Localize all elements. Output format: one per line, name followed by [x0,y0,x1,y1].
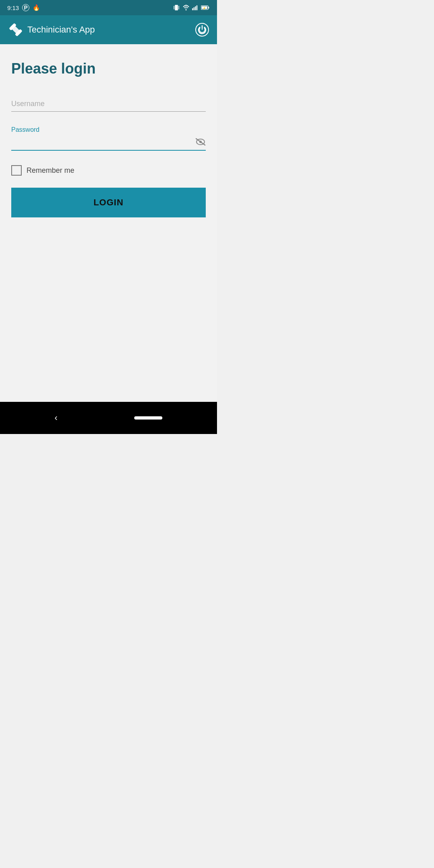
username-group [11,96,206,112]
battery-icon: ⚡ [201,5,210,10]
app-bar-title: Techinician's App [27,25,95,35]
main-content: Please login Password Remember me LOGIN [0,44,217,402]
status-right: ⚡ [173,4,210,11]
password-input-wrapper [11,135,206,151]
wifi-icon [182,5,190,10]
svg-text:⚡: ⚡ [203,6,206,10]
svg-rect-9 [208,7,209,9]
username-input[interactable] [11,96,206,112]
power-button[interactable] [195,23,209,37]
password-input[interactable] [11,135,206,151]
fire-icon: 🔥 [33,4,40,11]
svg-rect-1 [174,6,174,10]
app-logo-icon [8,22,23,37]
svg-rect-0 [175,5,178,10]
page-title: Please login [11,60,206,77]
svg-rect-4 [192,8,193,10]
remember-me-label: Remember me [27,166,74,175]
status-left: 9:13 P 🔥 [7,4,40,11]
parking-icon: P [22,4,29,11]
back-button[interactable]: ‹ [55,413,57,423]
password-label: Password [11,126,206,133]
svg-rect-7 [197,5,197,10]
toggle-password-icon[interactable] [195,138,206,148]
login-button[interactable]: LOGIN [11,188,206,217]
signal-icon [192,5,199,10]
svg-rect-6 [195,6,196,10]
home-indicator[interactable] [134,416,162,420]
remember-me-row: Remember me [11,165,206,176]
status-bar: 9:13 P 🔥 ⚡ [0,0,217,15]
remember-me-checkbox[interactable] [11,165,22,176]
time-display: 9:13 [7,4,19,11]
password-group: Password [11,126,206,151]
svg-rect-5 [194,7,194,10]
svg-point-3 [186,9,187,10]
bottom-nav-bar: ‹ [0,402,217,434]
svg-rect-2 [178,6,179,10]
app-bar: Techinician's App [0,15,217,44]
app-bar-left: Techinician's App [8,22,95,37]
vibrate-icon [173,4,180,11]
